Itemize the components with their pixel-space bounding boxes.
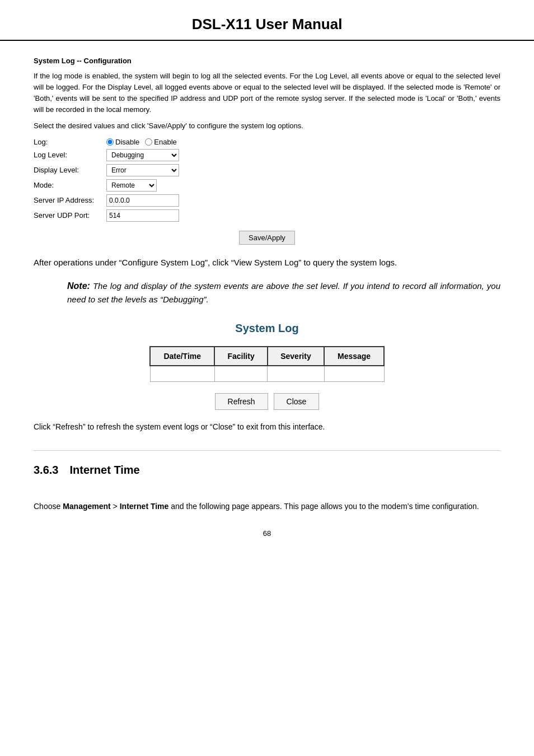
- log-empty-cell-1: [150, 366, 214, 381]
- log-table-container: Date/Time Facility Severity Message: [34, 346, 500, 382]
- choose-management: Management: [63, 502, 111, 511]
- server-ip-row: Server IP Address:: [34, 194, 500, 207]
- mode-row: Mode: Local Remote Both: [34, 179, 500, 192]
- choose-text: Choose Management > Internet Time and th…: [34, 501, 500, 513]
- log-disable-radio[interactable]: [106, 138, 114, 146]
- divider: [34, 450, 500, 451]
- log-label: Log:: [34, 138, 106, 146]
- refresh-button[interactable]: Refresh: [215, 393, 268, 410]
- col-facility: Facility: [214, 347, 267, 366]
- log-disable-label[interactable]: Disable: [106, 138, 139, 146]
- system-log-title: System Log: [34, 322, 500, 335]
- save-apply-button[interactable]: Save/Apply: [239, 231, 295, 245]
- server-ip-input[interactable]: [106, 194, 179, 207]
- log-enable-label[interactable]: Enable: [145, 138, 176, 146]
- page-number: 68: [34, 529, 500, 538]
- log-level-label: Log Level:: [34, 151, 106, 159]
- log-row: Log: Disable Enable: [34, 138, 500, 146]
- main-content: System Log -- Configuration If the log m…: [0, 51, 534, 554]
- log-table-header-row: Date/Time Facility Severity Message: [150, 347, 384, 366]
- note-text: The log and display of the system events…: [67, 281, 500, 305]
- log-table-empty-row: [150, 366, 384, 381]
- save-apply-row: Save/Apply: [34, 231, 500, 245]
- log-disable-text: Disable: [115, 138, 139, 146]
- log-empty-cell-2: [214, 366, 267, 381]
- select-prompt: Select the desired values and click 'Sav…: [34, 122, 500, 130]
- server-udp-row: Server UDP Port:: [34, 209, 500, 222]
- mode-select[interactable]: Local Remote Both: [106, 179, 157, 192]
- close-button[interactable]: Close: [274, 393, 320, 410]
- choose-suffix: and the following page appears. This pag…: [168, 502, 479, 511]
- log-empty-cell-4: [324, 366, 384, 381]
- section-363-heading: 3.6.3Internet Time: [34, 464, 500, 481]
- click-description: Click “Refresh” to refresh the system ev…: [34, 421, 500, 433]
- after-config-text: After operations under “Configure System…: [34, 256, 500, 269]
- log-radio-group: Disable Enable: [106, 138, 177, 146]
- server-udp-input[interactable]: [106, 209, 179, 222]
- col-datetime: Date/Time: [150, 347, 214, 366]
- col-severity: Severity: [268, 347, 324, 366]
- page-header: DSL-X11 User Manual: [0, 0, 534, 41]
- page-title: DSL-X11 User Manual: [0, 16, 534, 33]
- choose-prefix: Choose: [34, 502, 63, 511]
- display-level-label: Display Level:: [34, 166, 106, 174]
- choose-internet-time: Internet Time: [120, 502, 169, 511]
- section-number: 3.6.3: [34, 464, 58, 476]
- description-text: If the log mode is enabled, the system w…: [34, 71, 500, 116]
- log-enable-text: Enable: [154, 138, 176, 146]
- log-enable-radio[interactable]: [145, 138, 152, 146]
- log-buttons-row: Refresh Close: [34, 393, 500, 410]
- config-form: Log: Disable Enable Log Level: Emergency…: [34, 138, 500, 222]
- log-level-row: Log Level: Emergency Alert Critical Erro…: [34, 149, 500, 161]
- log-table: Date/Time Facility Severity Message: [149, 346, 385, 382]
- display-level-row: Display Level: Emergency Alert Critical …: [34, 164, 500, 176]
- section-title-363: Internet Time: [69, 464, 139, 476]
- choose-gt: >: [111, 502, 120, 511]
- server-udp-label: Server UDP Port:: [34, 211, 106, 220]
- server-ip-label: Server IP Address:: [34, 196, 106, 204]
- log-empty-cell-3: [268, 366, 324, 381]
- log-level-select[interactable]: Emergency Alert Critical Error Warning N…: [106, 149, 179, 161]
- note-block: Note: The log and display of the system …: [34, 279, 500, 307]
- note-label: Note:: [67, 281, 90, 291]
- col-message: Message: [324, 347, 384, 366]
- mode-label: Mode:: [34, 181, 106, 189]
- section-title: System Log -- Configuration: [34, 57, 500, 65]
- display-level-select[interactable]: Emergency Alert Critical Error Warning N…: [106, 164, 179, 176]
